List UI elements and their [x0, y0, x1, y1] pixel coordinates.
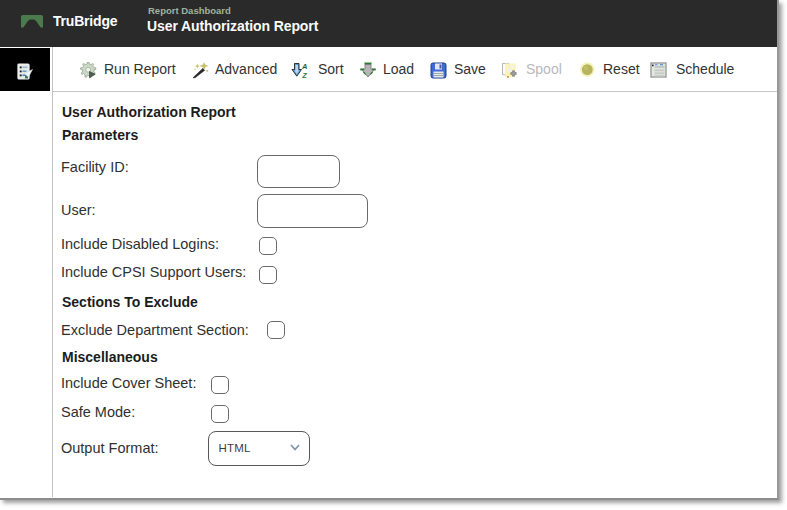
svg-text:Z: Z — [301, 71, 307, 79]
svg-text:A: A — [301, 62, 307, 71]
